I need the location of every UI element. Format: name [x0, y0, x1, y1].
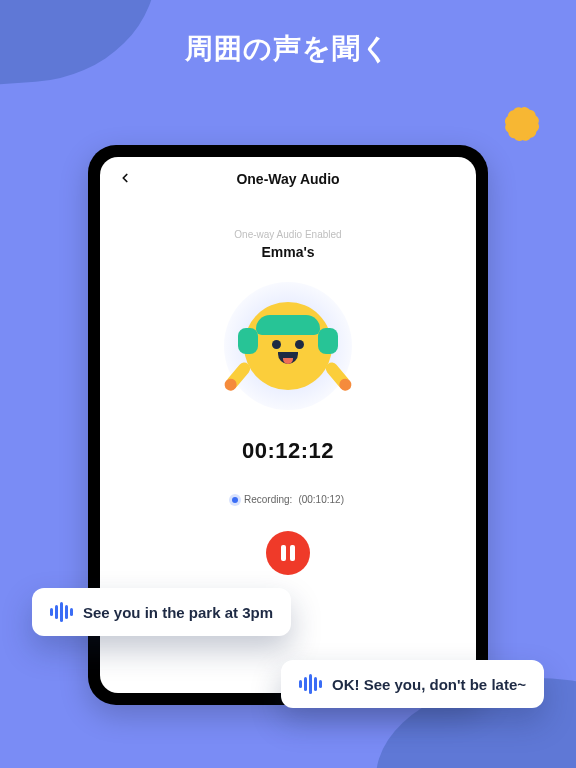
transcript-bubble: OK! See you, don't be late~	[281, 660, 544, 708]
back-button[interactable]	[114, 167, 136, 189]
pause-button[interactable]	[266, 531, 310, 575]
pause-icon	[281, 545, 286, 561]
character-avatar-icon	[244, 302, 332, 390]
recording-status: Recording: (00:10:12)	[100, 494, 476, 505]
transcript-text: See you in the park at 3pm	[83, 604, 273, 621]
audio-wave-icon	[50, 602, 73, 622]
status-label: One-way Audio Enabled	[100, 229, 476, 240]
avatar-ripple	[224, 282, 352, 410]
transcript-bubble: See you in the park at 3pm	[32, 588, 291, 636]
star-decoration-icon	[503, 105, 541, 143]
chevron-left-icon	[118, 171, 132, 185]
app-header: One-Way Audio	[100, 161, 476, 197]
headline: 周囲の声を聞く	[0, 30, 576, 68]
recording-time: (00:10:12)	[298, 494, 344, 505]
device-name: Emma's	[100, 244, 476, 260]
transcript-text: OK! See you, don't be late~	[332, 676, 526, 693]
recording-label: Recording:	[244, 494, 292, 505]
page-title: One-Way Audio	[236, 171, 339, 187]
recording-dot-icon	[232, 497, 238, 503]
pause-icon	[290, 545, 295, 561]
elapsed-timer: 00:12:12	[100, 438, 476, 464]
audio-wave-icon	[299, 674, 322, 694]
app-content: One-way Audio Enabled Emma's 00:12:12	[100, 197, 476, 575]
